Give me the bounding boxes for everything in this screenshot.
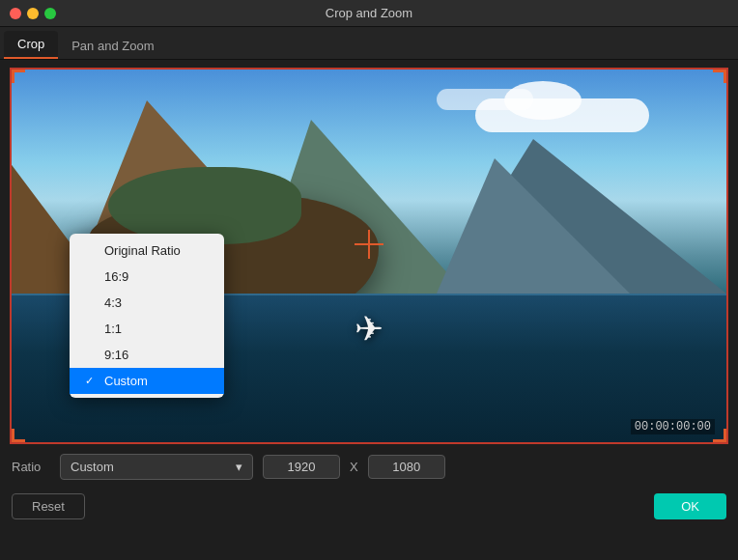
tab-bar: Crop Pan and Zoom <box>0 27 738 60</box>
bottom-controls: Ratio Custom ▾ X <box>0 448 738 486</box>
ratio-select-button[interactable]: Custom ▾ <box>60 454 253 480</box>
dropdown-item-9-16[interactable]: 9:16 <box>70 342 224 368</box>
titlebar: Crop and Zoom <box>0 0 738 27</box>
corner-marker-tl <box>12 70 25 83</box>
cloud-decoration-2 <box>437 89 533 110</box>
reset-button[interactable]: Reset <box>12 493 85 519</box>
ratio-select-container: Custom ▾ <box>60 454 253 480</box>
dropdown-item-custom[interactable]: ✓ Custom <box>70 368 224 394</box>
tab-pan-zoom[interactable]: Pan and Zoom <box>58 33 167 59</box>
tab-crop[interactable]: Crop <box>4 31 58 59</box>
dropdown-item-16-9[interactable]: 16:9 <box>70 264 224 290</box>
check-icon-custom: ✓ <box>85 375 99 387</box>
corner-marker-bl <box>12 429 25 442</box>
dropdown-item-original[interactable]: Original Ratio <box>70 238 224 264</box>
corner-marker-br <box>713 429 726 442</box>
video-preview[interactable]: ✈ 00:00:00:00 Original Ratio 16:9 4:3 1:… <box>10 68 728 444</box>
corner-marker-tr <box>713 70 726 83</box>
width-input[interactable] <box>263 455 340 479</box>
plane-decoration: ✈ <box>355 309 383 350</box>
window-title: Crop and Zoom <box>326 6 412 20</box>
ratio-dropdown-popup: Original Ratio 16:9 4:3 1:1 9:16 ✓ Custo… <box>70 234 224 398</box>
action-bar: Reset OK <box>0 486 738 527</box>
dropdown-item-1-1[interactable]: 1:1 <box>70 316 224 342</box>
crosshair <box>355 230 383 259</box>
ratio-label: Ratio <box>12 460 50 474</box>
x-separator: X <box>350 460 358 474</box>
maximize-button[interactable] <box>44 8 56 19</box>
dropdown-item-4-3[interactable]: 4:3 <box>70 290 224 316</box>
window-controls <box>10 8 56 19</box>
timecode: 00:00:00:00 <box>631 419 715 434</box>
close-button[interactable] <box>10 8 21 19</box>
minimize-button[interactable] <box>27 8 39 19</box>
height-input[interactable] <box>368 455 445 479</box>
ok-button[interactable]: OK <box>654 493 726 519</box>
chevron-down-icon: ▾ <box>236 460 242 474</box>
